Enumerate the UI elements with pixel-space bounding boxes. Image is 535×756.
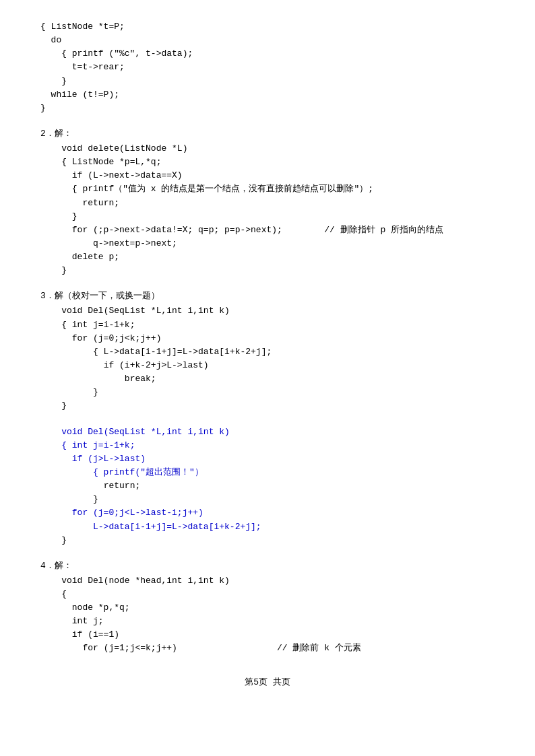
section-4-header: 4．解： <box>40 559 495 572</box>
section-3-header: 3．解（校对一下，或换一题） <box>40 289 495 302</box>
page-footer: 第5页 共页 <box>40 676 495 688</box>
section-2-code: void delete(ListNode *L) { ListNode *p=L… <box>40 142 495 277</box>
section-intro: { ListNode *t=P; do { printf ("%c", t->d… <box>40 20 495 115</box>
page-content: { ListNode *t=P; do { printf ("%c", t->d… <box>40 20 495 688</box>
section-2-header: 2．解： <box>40 127 495 139</box>
intro-code: { ListNode *t=P; do { printf ("%c", t->d… <box>40 20 495 115</box>
section-2: 2．解： void delete(ListNode *L) { ListNode… <box>40 127 495 277</box>
section-3-code: void Del(SeqList *L,int i,int k) { int j… <box>40 304 495 413</box>
section-3b: void Del(SeqList *L,int i,int k) { int j… <box>40 425 495 547</box>
section-4: 4．解： void Del(node *head,int i,int k) { … <box>40 559 495 656</box>
section-4-code: void Del(node *head,int i,int k) { node … <box>40 574 495 656</box>
section-3b-code: void Del(SeqList *L,int i,int k) { int j… <box>40 425 495 547</box>
footer-text: 第5页 共页 <box>245 677 290 687</box>
section-3: 3．解（校对一下，或换一题） void Del(SeqList *L,int i… <box>40 289 495 413</box>
